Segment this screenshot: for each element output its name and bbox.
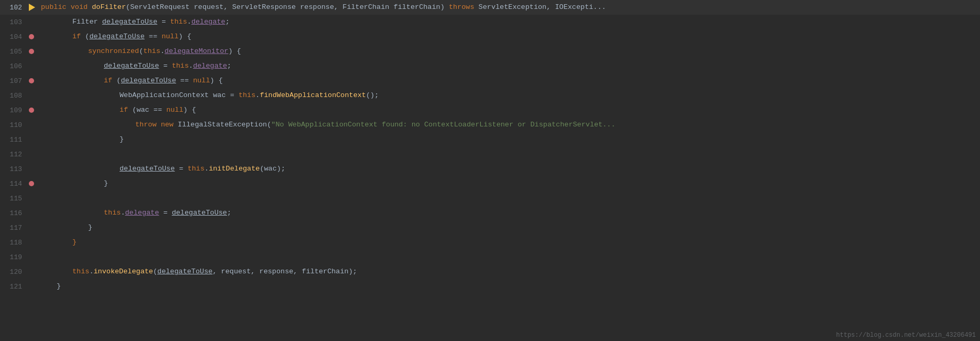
line-number-114: 114 <box>0 180 26 188</box>
line-number-106: 106 <box>0 62 26 70</box>
code-content-113: delegateToUse = this.initDelegate(wac); <box>37 162 285 176</box>
arrow-icon <box>29 4 35 11</box>
code-content-102: public void doFilter(ServletRequest requ… <box>37 0 606 15</box>
code-line-107: 107 if (delegateToUse == null) { <box>0 73 980 88</box>
code-line-106: 106 delegateToUse = this.delegate; <box>0 59 980 73</box>
code-line-117: 117 } <box>0 220 980 235</box>
line-number-107: 107 <box>0 77 26 85</box>
code-content-103: Filter delegateToUse = this.delegate; <box>37 15 230 29</box>
code-content-114: } <box>37 176 108 191</box>
code-content-111: } <box>37 132 124 147</box>
code-content-117: } <box>37 220 92 235</box>
line-number-105: 105 <box>0 48 26 56</box>
code-line-115: 115 <box>0 191 980 206</box>
code-line-108: 108 WebApplicationContext wac = this.fin… <box>0 88 980 103</box>
line-number-112: 112 <box>0 151 26 158</box>
code-editor: 102 public void doFilter(ServletRequest … <box>0 0 980 341</box>
breakpoint-dot-107 <box>29 78 34 83</box>
line-number-109: 109 <box>0 106 26 114</box>
line-number-116: 116 <box>0 209 26 217</box>
breakpoint-109[interactable] <box>26 108 37 113</box>
breakpoint-dot-105 <box>29 49 34 54</box>
code-content-104: if (delegateToUse == null) { <box>37 29 191 44</box>
code-content-105: synchronized(this.delegateMonitor) { <box>37 44 241 59</box>
code-content-121: } <box>37 279 61 294</box>
code-line-103: 103 Filter delegateToUse = this.delegate… <box>0 15 980 29</box>
breakpoint-114[interactable] <box>26 181 37 186</box>
line-number-119: 119 <box>0 253 26 261</box>
code-content-108: WebApplicationContext wac = this.findWeb… <box>37 88 379 103</box>
code-content-120: this.invokeDelegate(delegateToUse, reque… <box>37 264 357 279</box>
line-number-111: 111 <box>0 136 26 144</box>
breakpoint-dot-104 <box>29 34 34 39</box>
code-line-118: 118 } <box>0 235 980 250</box>
line-number-104: 104 <box>0 33 26 41</box>
code-line-102: 102 public void doFilter(ServletRequest … <box>0 0 980 15</box>
code-line-113: 113 delegateToUse = this.initDelegate(wa… <box>0 162 980 176</box>
line-number-103: 103 <box>0 18 26 26</box>
code-content-107: if (delegateToUse == null) { <box>37 73 223 88</box>
line-number-113: 113 <box>0 165 26 173</box>
breakpoint-104[interactable] <box>26 34 37 39</box>
breakpoint-105[interactable] <box>26 49 37 54</box>
code-line-120: 120 this.invokeDelegate(delegateToUse, r… <box>0 264 980 279</box>
code-line-121: 121 } <box>0 279 980 294</box>
watermark: https://blog.csdn.net/weixin_43206491 <box>832 329 980 341</box>
code-content-116: this.delegate = delegateToUse; <box>37 206 231 220</box>
line-number-120: 120 <box>0 268 26 276</box>
line-number-102: 102 <box>0 4 26 12</box>
code-content-110: throw new IllegalStateException("No WebA… <box>37 118 616 132</box>
line-number-108: 108 <box>0 92 26 100</box>
code-content-118: } <box>37 235 77 250</box>
code-line-112: 112 <box>0 147 980 162</box>
line-number-110: 110 <box>0 121 26 129</box>
breakpoint-107[interactable] <box>26 78 37 83</box>
code-line-110: 110 throw new IllegalStateException("No … <box>0 118 980 132</box>
line-number-115: 115 <box>0 195 26 203</box>
code-line-119: 119 <box>0 250 980 264</box>
breakpoint-102[interactable] <box>26 4 37 11</box>
line-number-118: 118 <box>0 239 26 247</box>
line-number-117: 117 <box>0 224 26 232</box>
code-content-106: delegateToUse = this.delegate; <box>37 59 231 73</box>
code-line-109: 109 if (wac == null) { <box>0 103 980 118</box>
line-number-121: 121 <box>0 283 26 291</box>
code-line-116: 116 this.delegate = delegateToUse; <box>0 206 980 220</box>
breakpoint-dot-114 <box>29 181 34 186</box>
code-line-105: 105 synchronized(this.delegateMonitor) { <box>0 44 980 59</box>
code-line-104: 104 if (delegateToUse == null) { <box>0 29 980 44</box>
code-line-111: 111 } <box>0 132 980 147</box>
breakpoint-dot-109 <box>29 108 34 113</box>
code-content-109: if (wac == null) { <box>37 103 196 118</box>
code-line-114: 114 } <box>0 176 980 191</box>
